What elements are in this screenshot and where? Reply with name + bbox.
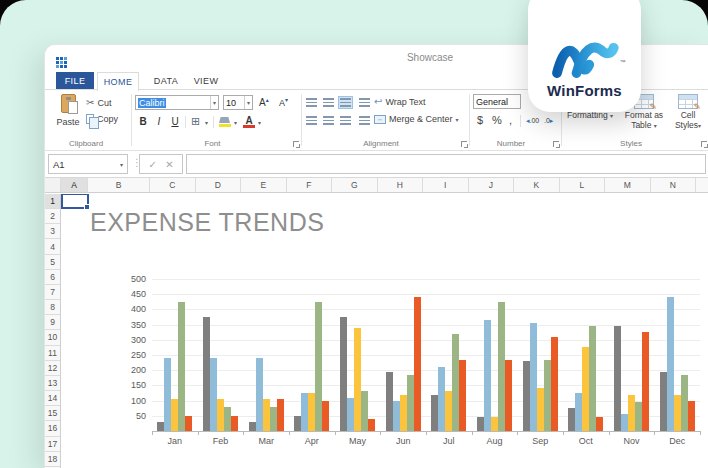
underline-button[interactable]: U	[169, 116, 181, 127]
align-middle-button[interactable]	[321, 96, 336, 109]
align-center-button[interactable]	[321, 114, 336, 127]
italic-button[interactable]: I	[153, 116, 165, 127]
column-header-stub	[696, 178, 708, 192]
row-header-15[interactable]: 15	[45, 406, 60, 421]
font-size-combobox[interactable]: 10 ▾	[223, 95, 253, 110]
column-header-F[interactable]: F	[287, 178, 333, 192]
bold-button[interactable]: B	[137, 116, 149, 127]
grow-font-letter: A	[259, 97, 266, 108]
align-right-button[interactable]	[338, 114, 353, 127]
comma-format-button[interactable]: ,	[509, 114, 512, 126]
row-header-13[interactable]: 13	[45, 376, 60, 391]
cell-grid[interactable]: EXPENSE TRENDS 5004504003503002502001501…	[61, 194, 708, 468]
row-header-7[interactable]: 7	[45, 285, 60, 300]
increase-decimal-label: .00	[530, 117, 540, 124]
percent-format-button[interactable]: %	[492, 114, 502, 126]
fill-color-dropdown[interactable]: ▾	[234, 119, 237, 126]
bar-dec-series-orange	[688, 401, 695, 431]
row-header-16[interactable]: 16	[45, 421, 60, 436]
row-header-11[interactable]: 11	[45, 346, 60, 361]
tab-data[interactable]: DATA	[149, 72, 183, 90]
column-header-J[interactable]: J	[469, 178, 515, 192]
decrease-decimal-button[interactable]: .0▸	[544, 117, 553, 125]
tab-home[interactable]: HOME	[97, 72, 139, 91]
font-color-dropdown[interactable]: ▾	[258, 119, 261, 126]
font-family-combobox[interactable]: Calibri ▾	[135, 95, 219, 110]
fill-color-button[interactable]	[219, 117, 231, 127]
number-format-combobox[interactable]: General	[473, 94, 521, 109]
column-header-E[interactable]: E	[241, 178, 287, 192]
bar-mar-series-blue	[256, 358, 263, 431]
row-header-14[interactable]: 14	[45, 391, 60, 406]
decrease-indent-button[interactable]	[357, 114, 372, 127]
row-header-9[interactable]: 9	[45, 315, 60, 330]
increase-decimal-button[interactable]: ◂.00	[526, 117, 539, 125]
column-header-H[interactable]: H	[378, 178, 424, 192]
divider	[520, 115, 521, 127]
merge-center-label: Merge & Center	[389, 114, 453, 124]
row-header-17[interactable]: 17	[45, 437, 60, 452]
column-header-N[interactable]: N	[651, 178, 697, 192]
column-header-G[interactable]: G	[332, 178, 378, 192]
chevron-down-icon[interactable]: ▾	[210, 96, 216, 109]
paste-button[interactable]: Paste	[54, 94, 82, 136]
row-header-3[interactable]: 3	[45, 224, 60, 239]
merge-center-button[interactable]: ↔ Merge & Center ▾	[374, 114, 459, 124]
row-header-18[interactable]: 18	[45, 452, 60, 467]
accounting-format-button[interactable]: $	[477, 114, 483, 126]
increase-indent-button[interactable]	[357, 96, 372, 109]
selected-cell-a1[interactable]	[61, 194, 89, 209]
borders-dropdown[interactable]: ▾	[205, 119, 208, 126]
font-dialog-launcher[interactable]	[293, 141, 299, 147]
chevron-down-icon[interactable]: ▾	[120, 161, 123, 168]
formula-input[interactable]	[186, 154, 706, 174]
cancel-entry-button[interactable]: ✕	[165, 159, 173, 170]
row-header-2[interactable]: 2	[45, 209, 60, 224]
tab-view[interactable]: VIEW	[189, 72, 223, 90]
copy-button[interactable]: Copy	[86, 114, 118, 124]
confirm-entry-button[interactable]: ✓	[148, 159, 156, 170]
align-bottom-button[interactable]	[338, 96, 353, 109]
y-axis-label: 300	[120, 335, 146, 345]
row-header-5[interactable]: 5	[45, 255, 60, 270]
row-header-4[interactable]: 4	[45, 239, 60, 254]
app-grid-icon	[56, 57, 68, 68]
bar-sep-series-blue	[530, 323, 537, 431]
column-header-I[interactable]: I	[423, 178, 469, 192]
column-header-D[interactable]: D	[196, 178, 242, 192]
row-header-1[interactable]: 1	[45, 194, 60, 209]
wrap-text-icon: ↩	[374, 96, 382, 107]
alignment-dialog-launcher[interactable]	[461, 141, 467, 147]
cell-styles-button[interactable]: Cell Styles▾	[670, 94, 706, 131]
row-header-10[interactable]: 10	[45, 330, 60, 345]
font-color-button[interactable]: A	[243, 115, 255, 126]
tab-file[interactable]: FILE	[56, 72, 94, 90]
bar-nov-series-orange	[642, 332, 649, 431]
column-header-K[interactable]: K	[514, 178, 560, 192]
cut-button[interactable]: ✂ Cut	[86, 97, 111, 108]
column-header-C[interactable]: C	[150, 178, 196, 192]
copy-icon	[86, 114, 94, 124]
row-header-12[interactable]: 12	[45, 361, 60, 376]
select-all-corner[interactable]	[45, 178, 61, 192]
align-left-button[interactable]	[304, 114, 319, 127]
number-dialog-launcher[interactable]	[553, 141, 559, 147]
row-header-8[interactable]: 8	[45, 300, 60, 315]
chevron-down-icon[interactable]: ▾	[244, 96, 250, 109]
column-header-M[interactable]: M	[605, 178, 651, 192]
expense-chart[interactable]: 50045040035030025020015010050JanFebMarAp…	[120, 267, 708, 457]
column-header-B[interactable]: B	[88, 178, 150, 192]
column-header-A[interactable]: A	[61, 178, 88, 192]
align-top-button[interactable]	[304, 96, 319, 109]
grow-font-button[interactable]: A▴	[259, 96, 269, 108]
row-header-6[interactable]: 6	[45, 270, 60, 285]
name-box[interactable]: A1 ▾	[48, 154, 128, 174]
format-as-table-label: Format as Table	[625, 110, 663, 130]
styles-dialog-launcher[interactable]	[701, 141, 707, 147]
shrink-font-button[interactable]: A▾	[279, 96, 288, 108]
merge-center-dropdown[interactable]: ▾	[456, 116, 459, 123]
wrap-text-button[interactable]: ↩ Wrap Text	[374, 96, 426, 107]
borders-button[interactable]: ⊞	[191, 115, 200, 128]
cell-reference: A1	[53, 159, 65, 170]
column-header-L[interactable]: L	[560, 178, 606, 192]
